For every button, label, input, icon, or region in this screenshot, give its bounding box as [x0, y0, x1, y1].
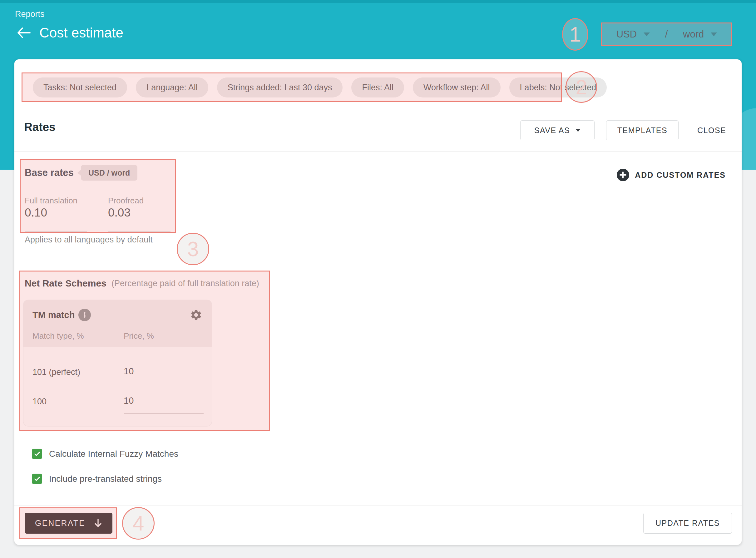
page-title: Cost estimate: [39, 25, 123, 41]
price-input-101[interactable]: 10: [124, 366, 134, 377]
proofread-input[interactable]: 0.03: [108, 206, 131, 219]
full-translation-input[interactable]: 0.10: [25, 206, 47, 219]
cost-estimate-page: Reports Cost estimate USD / word T: [0, 0, 756, 558]
gear-icon[interactable]: [190, 309, 202, 321]
input-underline: [124, 413, 204, 414]
update-rates-button[interactable]: UPDATE RATES: [643, 513, 732, 534]
unit-dropdown[interactable]: word: [683, 29, 717, 40]
filter-chip-strings-added[interactable]: Strings added: Last 30 days: [217, 77, 343, 98]
base-rates-title: Base rates: [25, 167, 74, 178]
input-underline: [124, 384, 204, 384]
top-strip: [0, 0, 756, 3]
chip-arrow-left-icon: [77, 169, 81, 176]
net-rate-schemes-subtitle: (Percentage paid of full translation rat…: [111, 279, 259, 288]
templates-button[interactable]: TEMPLATES: [606, 120, 679, 140]
filter-chip-files[interactable]: Files: All: [351, 77, 404, 98]
full-translation-label: Full translation: [25, 196, 77, 206]
price-input-100[interactable]: 10: [124, 396, 134, 406]
currency-dropdown[interactable]: USD: [616, 29, 650, 40]
divider: [15, 108, 741, 108]
fuzzy-matches-checkbox-row[interactable]: Calculate Internal Fuzzy Matches: [32, 449, 178, 459]
download-arrow-icon: [94, 518, 102, 528]
arrow-left-icon: [17, 27, 31, 39]
input-underline: [108, 231, 170, 231]
pre-translated-checkbox-row[interactable]: Include pre-translated strings: [32, 474, 162, 484]
footer-divider: [15, 506, 741, 506]
save-as-button[interactable]: SAVE AS: [520, 120, 595, 140]
filter-chip-workflow-step[interactable]: Workflow step: All: [413, 77, 501, 98]
separator: /: [665, 29, 668, 40]
net-rate-schemes-title: Net Rate Schemes: [25, 278, 107, 289]
filters-row: Tasks: Not selected Language: All String…: [33, 77, 607, 98]
pre-translated-label: Include pre-translated strings: [49, 474, 162, 484]
match-type-column-header: Match type, %: [32, 331, 84, 341]
chevron-down-icon: [644, 32, 650, 36]
templates-label: TEMPLATES: [617, 126, 667, 135]
unit-value: word: [683, 29, 704, 40]
report-card: Tasks: Not selected Language: All String…: [15, 59, 741, 545]
currency-value: USD: [616, 29, 637, 40]
generate-button[interactable]: GENERATE: [25, 513, 112, 534]
close-button[interactable]: CLOSE: [697, 126, 726, 135]
generate-label: GENERATE: [35, 518, 85, 528]
checkbox-checked-icon[interactable]: [32, 474, 42, 484]
tm-match-card: TM match Match type, % Price, % 101 (per…: [23, 300, 212, 427]
price-column-header: Price, %: [124, 331, 154, 341]
plus-circle-icon: [617, 169, 629, 181]
input-underline: [25, 231, 87, 231]
fuzzy-matches-label: Calculate Internal Fuzzy Matches: [49, 449, 178, 459]
filter-chip-tasks[interactable]: Tasks: Not selected: [33, 77, 127, 98]
currency-unit-selector: USD / word: [601, 23, 732, 46]
add-custom-rates-button[interactable]: ADD CUSTOM RATES: [617, 169, 726, 181]
add-custom-rates-label: ADD CUSTOM RATES: [635, 171, 726, 180]
filter-chip-language[interactable]: Language: All: [136, 77, 208, 98]
match-type-100: 100: [32, 397, 47, 406]
filter-chip-labels[interactable]: Labels: Not selected: [509, 77, 607, 98]
unit-chip-label: USD / word: [88, 169, 130, 177]
chevron-down-icon: [575, 129, 580, 132]
base-rates-unit-chip: USD / word: [81, 165, 137, 181]
divider: [15, 151, 741, 152]
base-rates-note: Applies to all languages by default: [25, 235, 153, 245]
tm-match-title: TM match: [32, 310, 75, 320]
back-button[interactable]: [16, 25, 31, 40]
breadcrumb[interactable]: Reports: [15, 9, 45, 19]
rates-section-title: Rates: [24, 121, 56, 134]
checkbox-checked-icon[interactable]: [32, 449, 42, 459]
info-icon[interactable]: [78, 309, 91, 321]
save-as-label: SAVE AS: [534, 126, 570, 135]
chevron-down-icon: [711, 32, 717, 36]
update-rates-label: UPDATE RATES: [655, 518, 720, 528]
title-row: Cost estimate: [16, 25, 123, 41]
proofread-label: Proofread: [108, 196, 144, 206]
match-type-101: 101 (perfect): [32, 367, 80, 377]
